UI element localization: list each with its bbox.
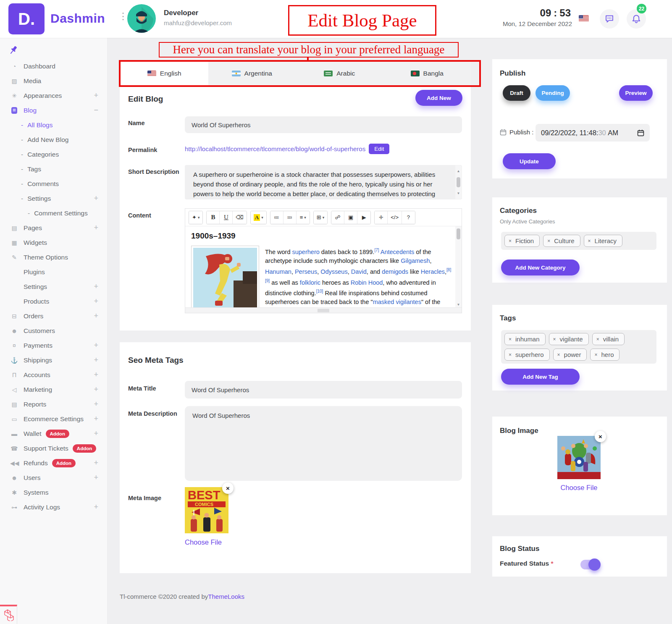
unordered-list-button[interactable]: ≔ <box>270 211 284 224</box>
expand-icon[interactable]: + <box>94 356 98 364</box>
tag-chip[interactable]: ×inhuman <box>504 333 546 345</box>
add-new-tag-button[interactable]: Add New Tag <box>501 369 580 385</box>
expand-icon[interactable]: + <box>94 297 98 306</box>
meta-image-choose-file[interactable]: Choose File <box>185 538 222 546</box>
content-link[interactable]: Odysseus <box>320 268 347 275</box>
scroll-down-icon[interactable]: ▼ <box>457 189 460 198</box>
code-view-button[interactable]: </> <box>388 211 402 224</box>
sidebar-item-settings[interactable]: Settings+ <box>0 279 108 294</box>
remove-chip-icon[interactable]: × <box>553 336 556 342</box>
expand-icon[interactable]: + <box>94 429 98 438</box>
kebab-menu-icon[interactable]: ⋮ <box>118 12 128 21</box>
language-flag-us-icon[interactable] <box>579 15 589 22</box>
content-link[interactable]: Perseus <box>295 268 317 275</box>
scrollbar[interactable]: ▲ ▼ <box>455 165 462 199</box>
bold-button[interactable]: B <box>207 211 220 224</box>
remove-chip-icon[interactable]: × <box>588 238 591 244</box>
sidebar-item-orders[interactable]: ⊟Orders+ <box>0 309 108 323</box>
sidebar-item-support-tickets[interactable]: ☎Support TicketsAddon <box>0 441 108 456</box>
publish-datetime-input[interactable]: 09/22/2022, 11:48:30 AM <box>536 124 650 142</box>
add-new-category-button[interactable]: Add New Category <box>501 260 580 275</box>
preview-button[interactable]: Preview <box>619 85 653 101</box>
expand-icon[interactable]: + <box>94 473 98 482</box>
scroll-thumb[interactable] <box>457 177 460 187</box>
sidebar-item-marketing[interactable]: ◁Marketing+ <box>0 382 108 397</box>
content-link[interactable]: superhero <box>292 249 319 255</box>
category-chip[interactable]: ×Literacy <box>584 235 623 247</box>
expand-icon[interactable]: + <box>94 91 98 100</box>
sidebar-item-plugins[interactable]: Plugins <box>0 265 108 279</box>
category-chip[interactable]: ×Culture <box>543 235 580 247</box>
sidebar-item-theme-options[interactable]: ✎Theme Options <box>0 250 108 265</box>
expand-icon[interactable]: + <box>94 385 98 394</box>
expand-icon[interactable]: + <box>94 282 98 291</box>
clear-format-button[interactable]: ⌫ <box>233 211 246 224</box>
underline-button[interactable]: U <box>220 211 233 224</box>
fullscreen-button[interactable]: ✛ <box>375 211 388 224</box>
remove-chip-icon[interactable]: × <box>509 336 512 342</box>
paragraph-align-button[interactable]: ≡▾ <box>297 211 310 224</box>
sidebar-item-comments[interactable]: -Comments <box>0 176 108 191</box>
scroll-down-icon[interactable]: ▼ <box>457 303 460 307</box>
table-button[interactable]: ⊞▾ <box>314 211 327 224</box>
featured-status-toggle[interactable] <box>580 560 600 569</box>
remove-meta-image-button[interactable]: × <box>222 482 234 494</box>
meta-title-input[interactable] <box>185 381 462 399</box>
insert-video-button[interactable]: ▶ <box>357 211 370 224</box>
content-link[interactable]: folkloric <box>300 279 320 286</box>
remove-chip-icon[interactable]: × <box>547 238 550 244</box>
themelooks-link[interactable]: ThemeLooks <box>208 593 244 600</box>
sidebar-item-refunds[interactable]: ◀◀RefundsAddon+ <box>0 456 108 470</box>
remove-chip-icon[interactable]: × <box>596 336 599 342</box>
expand-icon[interactable]: + <box>94 223 98 232</box>
sidebar-item-dashboard[interactable]: ◔Dashboard <box>0 59 108 73</box>
font-color-button[interactable]: A▾ <box>251 211 266 224</box>
expand-icon[interactable]: + <box>94 503 98 511</box>
sidebar-item-media[interactable]: ▨Media <box>0 73 108 88</box>
tag-chip[interactable]: ×power <box>553 349 587 361</box>
tab-argentina[interactable]: Argentina <box>208 62 296 85</box>
editor-scrollbar[interactable]: ▼ <box>455 226 462 307</box>
sidebar-item-ecommerce-settings[interactable]: ▭Ecommerce Settings+ <box>0 412 108 426</box>
pending-button[interactable]: Pending <box>536 85 570 101</box>
tag-chip[interactable]: ×vigilante <box>549 333 589 345</box>
sidebar-item-accounts[interactable]: ΠAccounts+ <box>0 367 108 382</box>
content-link[interactable]: Heracles <box>421 268 445 275</box>
tab-english[interactable]: English <box>121 62 208 85</box>
content-link[interactable]: demigods <box>382 268 408 275</box>
style-dropdown-button[interactable]: ✦▾ <box>189 211 202 224</box>
sidebar-item-shippings[interactable]: ⚓Shippings+ <box>0 353 108 367</box>
sidebar-item-widgets[interactable]: ▦Widgets <box>0 235 108 250</box>
expand-icon[interactable]: + <box>94 341 98 350</box>
editor-content[interactable]: 1900s–1939 <box>185 226 455 307</box>
scroll-thumb[interactable] <box>457 228 460 239</box>
content-link[interactable]: David <box>351 268 367 275</box>
datetime-picker-icon[interactable] <box>637 129 644 136</box>
sidebar-item-pages[interactable]: ▤Pages+ <box>0 220 108 235</box>
sidebar-item-systems[interactable]: ✱Systems <box>0 485 108 500</box>
sidebar-item-customers[interactable]: ☻Customers <box>0 323 108 338</box>
update-button[interactable]: Update <box>503 153 556 169</box>
sidebar-item-activity-logs[interactable]: ⊶Activity Logs+ <box>0 500 108 514</box>
toggle-knob[interactable] <box>588 558 601 571</box>
collapse-icon[interactable]: − <box>94 106 98 115</box>
sidebar-item-comment-settings[interactable]: -Comment Settings <box>0 206 108 220</box>
remove-chip-icon[interactable]: × <box>594 352 597 358</box>
sidebar-item-tags[interactable]: -Tags <box>0 162 108 176</box>
draft-button[interactable]: Draft <box>503 85 530 101</box>
sidebar-item-products[interactable]: Products+ <box>0 294 108 309</box>
insert-picture-button[interactable]: ▣ <box>344 211 357 224</box>
expand-icon[interactable]: + <box>94 459 98 467</box>
scroll-up-icon[interactable]: ▲ <box>457 166 460 176</box>
app-logo[interactable]: D. <box>8 3 45 34</box>
ordered-list-button[interactable]: ≕ <box>284 211 297 224</box>
insert-link-button[interactable]: ☍ <box>331 211 344 224</box>
editor-resize-handle[interactable] <box>185 307 462 313</box>
content-inline-image[interactable] <box>191 246 259 307</box>
remove-chip-icon[interactable]: × <box>509 352 512 358</box>
expand-icon[interactable]: + <box>94 194 98 203</box>
sidebar-item-reports[interactable]: ▤Reports+ <box>0 397 108 412</box>
sidebar-item-blog[interactable]: Blog− <box>0 103 108 118</box>
content-link[interactable]: Gilgamesh <box>401 257 430 264</box>
category-chip[interactable]: ×Fiction <box>504 235 540 247</box>
